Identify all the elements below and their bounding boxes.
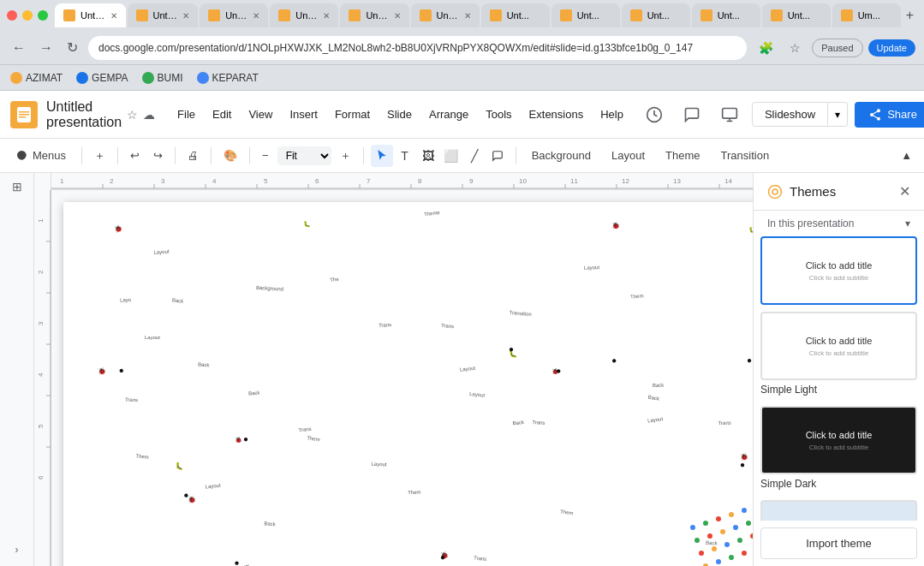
shape-tool[interactable]: ⬜ (440, 145, 462, 167)
tab-close-icon[interactable]: ✕ (110, 11, 117, 21)
present-icon-btn[interactable] (714, 99, 745, 130)
browser-tab-3[interactable]: Unt... ✕ (200, 3, 268, 27)
app-title[interactable]: Untitled presentation (46, 99, 122, 130)
theme-preview-current[interactable]: Click to add title Click to add subtitle (760, 236, 917, 305)
line-tool[interactable]: ╱ (463, 145, 486, 167)
menu-insert[interactable]: Insert (283, 104, 325, 124)
themes-close-button[interactable]: ✕ (899, 183, 910, 200)
menus-button[interactable]: Menus (7, 146, 75, 166)
theme-item-current[interactable]: Click to add title Click to add subtitle (760, 236, 917, 305)
bookmark-icon[interactable]: ☆ (783, 36, 807, 60)
minimize-window-btn[interactable] (22, 10, 33, 21)
svg-text:Trans: Trans (532, 420, 545, 426)
import-theme-button[interactable]: Import theme (760, 527, 917, 559)
back-button[interactable]: ← (9, 39, 29, 57)
theme-item-simple-light[interactable]: Click to add title Click to add subtitle… (760, 312, 917, 399)
tab-title: Um... (858, 10, 880, 21)
bookmarks-bar: AZIMAT GEMPA BUMI KEPARAT (0, 65, 924, 91)
zoom-selector[interactable]: Fit 50% 75% 100% (277, 146, 331, 165)
select-tool[interactable] (371, 145, 393, 167)
theme-preview-simple-dark[interactable]: Click to add title Click to add subtitle (760, 406, 917, 474)
theme-subtitle-current: Click to add subtitle (806, 274, 873, 282)
maximize-window-btn[interactable] (38, 10, 48, 21)
layout-button[interactable]: Layout (603, 146, 653, 165)
bookmark-bumi[interactable]: BUMI (142, 72, 183, 84)
add-element-btn[interactable]: ＋ (89, 144, 110, 168)
tab-title: Unti... (80, 10, 105, 21)
menu-tools[interactable]: Tools (479, 104, 518, 124)
browser-tab-9[interactable]: Unt... (622, 3, 690, 27)
extensions-icon[interactable]: 🧩 (754, 36, 778, 60)
zoom-in-button[interactable]: ＋ (335, 144, 356, 168)
theme-label-simple-light: Simple Light (760, 380, 917, 399)
slideshow-button[interactable]: Slideshow (752, 102, 828, 127)
update-button[interactable]: Update (868, 39, 915, 57)
menu-view[interactable]: View (241, 104, 279, 124)
paint-format-button[interactable]: 🎨 (218, 144, 242, 168)
theme-button[interactable]: Theme (657, 146, 708, 165)
window-controls (7, 10, 48, 21)
share-button[interactable]: Share (855, 102, 924, 128)
menu-format[interactable]: Format (328, 104, 377, 124)
comments-icon-btn[interactable] (677, 99, 707, 130)
text-tool[interactable]: T (394, 145, 416, 167)
redo-button[interactable]: ↪ (148, 144, 168, 168)
menu-arrange[interactable]: Arrange (422, 104, 475, 124)
slide-canvas[interactable]: 🐞 🐛 🐞 🐛 🐞 🐛 🐞 🐞 🐛 🐞 🐞 🐛 🐛 🐞 🐞 (63, 202, 753, 566)
theme-preview-simple-light[interactable]: Click to add title Click to add subtitle (760, 312, 917, 380)
theme-item-streamline[interactable]: Click to add title Click a subtitle Stre… (760, 500, 917, 521)
browser-tab-7[interactable]: Unt... (481, 3, 550, 27)
background-button[interactable]: Background (523, 146, 599, 165)
transition-button[interactable]: Transition (712, 146, 778, 165)
tab-close-icon[interactable]: ✕ (253, 11, 259, 21)
tab-close-icon[interactable]: ✕ (464, 11, 471, 21)
themes-section-expand[interactable]: ▾ (905, 217, 910, 229)
browser-tab-8[interactable]: Unt... (551, 3, 620, 27)
paused-button[interactable]: Paused (812, 39, 862, 57)
image-tool[interactable]: 🖼 (417, 145, 439, 167)
bookmark-gempa-label: GEMPA (92, 72, 128, 84)
comment-tool[interactable] (486, 145, 509, 167)
tab-close-icon[interactable]: ✕ (394, 11, 401, 21)
browser-tab-2[interactable]: Unti... ✕ (128, 3, 199, 27)
menu-file[interactable]: File (170, 104, 202, 124)
history-icon-btn[interactable] (639, 99, 670, 130)
theme-item-simple-dark[interactable]: Click to add title Click to add subtitle… (760, 406, 917, 493)
svg-text:11: 11 (570, 177, 578, 185)
svg-point-119 (716, 559, 721, 564)
star-icon[interactable]: ☆ (127, 108, 138, 122)
menu-extensions[interactable]: Extensions (522, 104, 591, 124)
svg-text:Layout: Layout (371, 462, 387, 468)
browser-tab-6[interactable]: Unt... ✕ (411, 3, 480, 27)
forward-button[interactable]: → (36, 39, 57, 57)
reload-button[interactable]: ↻ (63, 38, 81, 57)
browser-tab-4[interactable]: Unt... ✕ (270, 3, 338, 27)
new-tab-button[interactable]: + (903, 3, 917, 27)
menu-slide[interactable]: Slide (380, 104, 419, 124)
menu-help[interactable]: Help (593, 104, 630, 124)
browser-tab-12[interactable]: Um... (832, 3, 901, 27)
browser-tab-11[interactable]: Unt... (762, 3, 831, 27)
undo-button[interactable]: ↩ (125, 144, 145, 168)
toolbar-right: ▲ (896, 144, 917, 168)
close-window-btn[interactable] (7, 10, 17, 21)
slides-panel-expand[interactable]: › (15, 544, 19, 556)
slideshow-dropdown-button[interactable]: ▾ (828, 102, 848, 127)
collapse-toolbar-btn[interactable]: ▲ (896, 144, 917, 168)
browser-tab-10[interactable]: Unt... (692, 3, 760, 27)
bookmark-azimat[interactable]: AZIMAT (10, 72, 63, 84)
print-button[interactable]: 🖨 (182, 144, 204, 168)
slide-grid-icon[interactable]: ⊞ (12, 180, 22, 194)
theme-preview-streamline[interactable]: Click to add title Click a subtitle (760, 500, 917, 521)
address-input[interactable] (88, 36, 747, 60)
browser-tab-active[interactable]: Unti... ✕ (55, 3, 126, 27)
svg-text:●: ● (118, 366, 124, 375)
cloud-icon: ☁ (143, 108, 155, 122)
menu-edit[interactable]: Edit (206, 104, 238, 124)
bookmark-keparat[interactable]: KEPARAT (197, 72, 259, 84)
tab-close-icon[interactable]: ✕ (323, 11, 330, 21)
zoom-out-button[interactable]: − (257, 144, 274, 168)
browser-tab-5[interactable]: Unt... ✕ (340, 3, 408, 27)
bookmark-gempa[interactable]: GEMPA (76, 72, 128, 84)
tab-close-icon[interactable]: ✕ (182, 11, 189, 21)
